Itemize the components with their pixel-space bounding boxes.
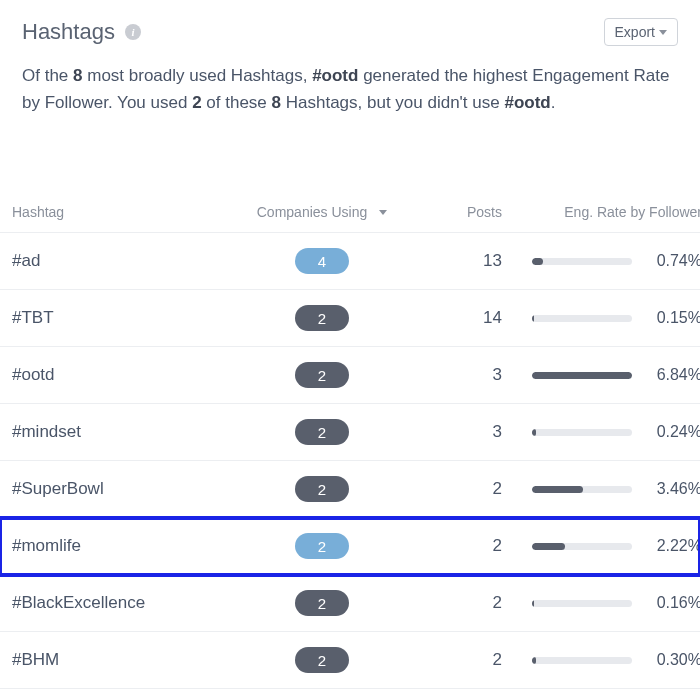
posts-cell: 13 <box>402 251 502 271</box>
companies-cell: 2 <box>242 647 402 673</box>
hashtag-cell: #BHM <box>12 650 242 670</box>
chevron-down-icon <box>659 30 667 35</box>
companies-cell: 2 <box>242 362 402 388</box>
hashtag-cell: #SuperBowl <box>12 479 242 499</box>
eng-value: 0.24% <box>646 423 700 441</box>
hashtag-cell: #ootd <box>12 365 242 385</box>
info-icon[interactable]: i <box>125 24 141 40</box>
eng-value: 2.22% <box>646 537 700 555</box>
table-row[interactable]: #TBT2140.15% <box>0 290 700 347</box>
companies-pill: 2 <box>295 476 349 502</box>
col-companies-label: Companies Using <box>257 204 368 220</box>
summary-mid3: of these <box>202 93 272 112</box>
eng-bar-track <box>532 600 632 607</box>
eng-cell: 2.22% <box>502 537 700 555</box>
companies-cell: 4 <box>242 248 402 274</box>
summary-mid1: most broadly used Hashtags, <box>83 66 313 85</box>
table-header: Hashtag Companies Using Posts Eng. Rate … <box>0 192 700 233</box>
eng-bar-fill <box>532 315 534 322</box>
companies-pill: 4 <box>295 248 349 274</box>
companies-pill: 2 <box>295 533 349 559</box>
eng-value: 0.30% <box>646 651 700 669</box>
eng-cell: 0.16% <box>502 594 700 612</box>
eng-value: 0.74% <box>646 252 700 270</box>
eng-bar-fill <box>532 486 583 493</box>
companies-pill: 2 <box>295 647 349 673</box>
companies-pill: 2 <box>295 305 349 331</box>
eng-bar-track <box>532 258 632 265</box>
posts-cell: 2 <box>402 650 502 670</box>
eng-bar-fill <box>532 429 536 436</box>
eng-bar-track <box>532 372 632 379</box>
companies-cell: 2 <box>242 533 402 559</box>
table-row[interactable]: #BHM220.30% <box>0 632 700 689</box>
summary-prefix: Of the <box>22 66 73 85</box>
table-row[interactable]: #SuperBowl223.46% <box>0 461 700 518</box>
export-button[interactable]: Export <box>604 18 678 46</box>
companies-cell: 2 <box>242 476 402 502</box>
eng-cell: 3.46% <box>502 480 700 498</box>
eng-cell: 0.24% <box>502 423 700 441</box>
companies-cell: 2 <box>242 590 402 616</box>
companies-pill: 2 <box>295 419 349 445</box>
hashtag-cell: #BlackExcellence <box>12 593 242 613</box>
summary-top-tag2: #ootd <box>504 93 550 112</box>
table-row[interactable]: #ootd236.84% <box>0 347 700 404</box>
export-label: Export <box>615 24 655 40</box>
summary-mid4: Hashtags, but you didn't use <box>281 93 504 112</box>
eng-bar-fill <box>532 372 632 379</box>
companies-pill: 2 <box>295 362 349 388</box>
summary-count1: 8 <box>73 66 82 85</box>
col-eng[interactable]: Eng. Rate by Follower <box>502 204 700 220</box>
eng-bar-fill <box>532 600 534 607</box>
eng-value: 0.16% <box>646 594 700 612</box>
table-body: #ad4130.74%#TBT2140.15%#ootd236.84%#mind… <box>0 233 700 689</box>
eng-bar-fill <box>532 657 536 664</box>
eng-value: 3.46% <box>646 480 700 498</box>
table-row[interactable]: #ad4130.74% <box>0 233 700 290</box>
sort-desc-icon <box>379 210 387 215</box>
eng-cell: 6.84% <box>502 366 700 384</box>
col-hashtag[interactable]: Hashtag <box>12 204 242 220</box>
table-row[interactable]: #mindset230.24% <box>0 404 700 461</box>
hashtag-cell: #mindset <box>12 422 242 442</box>
eng-bar-fill <box>532 543 565 550</box>
posts-cell: 14 <box>402 308 502 328</box>
table-row[interactable]: #BlackExcellence220.16% <box>0 575 700 632</box>
eng-bar-fill <box>532 258 543 265</box>
eng-bar-track <box>532 486 632 493</box>
eng-bar-track <box>532 543 632 550</box>
summary-count2: 8 <box>272 93 281 112</box>
eng-cell: 0.74% <box>502 252 700 270</box>
posts-cell: 2 <box>402 479 502 499</box>
companies-cell: 2 <box>242 419 402 445</box>
eng-value: 6.84% <box>646 366 700 384</box>
posts-cell: 3 <box>402 365 502 385</box>
col-posts-label: Posts <box>467 204 502 220</box>
table-row[interactable]: #momlife222.22% <box>0 518 700 575</box>
col-companies[interactable]: Companies Using <box>242 204 402 220</box>
summary-top-tag: #ootd <box>312 66 358 85</box>
companies-pill: 2 <box>295 590 349 616</box>
col-posts[interactable]: Posts <box>402 204 502 220</box>
eng-cell: 0.30% <box>502 651 700 669</box>
posts-cell: 3 <box>402 422 502 442</box>
eng-bar-track <box>532 315 632 322</box>
hashtag-cell: #ad <box>12 251 242 271</box>
hashtag-cell: #TBT <box>12 308 242 328</box>
summary-used: 2 <box>192 93 201 112</box>
eng-bar-track <box>532 657 632 664</box>
companies-cell: 2 <box>242 305 402 331</box>
col-hashtag-label: Hashtag <box>12 204 64 220</box>
hashtag-cell: #momlife <box>12 536 242 556</box>
eng-value: 0.15% <box>646 309 700 327</box>
col-eng-label: Eng. Rate by Follower <box>564 204 700 220</box>
posts-cell: 2 <box>402 593 502 613</box>
page-title: Hashtags <box>22 19 115 45</box>
eng-bar-track <box>532 429 632 436</box>
eng-cell: 0.15% <box>502 309 700 327</box>
summary-text: Of the 8 most broadly used Hashtags, #oo… <box>0 52 700 156</box>
summary-suffix: . <box>551 93 556 112</box>
posts-cell: 2 <box>402 536 502 556</box>
